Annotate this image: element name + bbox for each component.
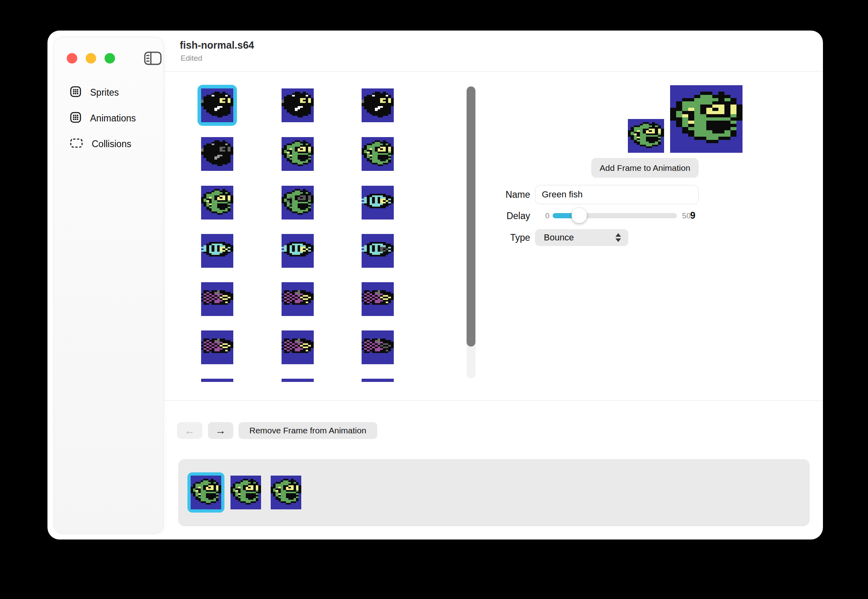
desktop-background: Sprites Animations (0, 0, 868, 599)
sprite-thumbnail[interactable] (201, 137, 233, 171)
arrow-left-icon: ← (185, 425, 195, 437)
sidebar-item-collisions[interactable]: Collisions (70, 135, 158, 153)
sprite-cyan (282, 234, 314, 268)
document-status: Edited (181, 54, 202, 63)
delay-max-label: 50 (659, 211, 691, 220)
document-title: fish-normal.s64 (180, 39, 254, 51)
sprite-green (670, 85, 743, 153)
delay-slider-knob[interactable] (572, 208, 587, 223)
sprite-green (191, 476, 221, 509)
sprite-green (282, 137, 314, 171)
sidebar-toggle-icon (144, 61, 162, 67)
sprite-purple (201, 282, 233, 316)
add-frame-button[interactable]: Add Frame to Animation (591, 158, 699, 178)
sidebar-item-animations[interactable]: Animations (70, 109, 158, 127)
delay-min-label: 0 (526, 211, 549, 220)
sprite-thumbnail[interactable] (362, 137, 394, 171)
name-input[interactable] (535, 185, 699, 204)
sprite-thumbnail[interactable] (201, 186, 233, 219)
sprite-black (362, 88, 394, 122)
animation-frame-strip (178, 459, 810, 526)
sprite-thumbnail[interactable] (282, 282, 314, 316)
arrow-right-icon: → (216, 425, 226, 437)
sprite-thumbnail[interactable] (362, 88, 394, 122)
remove-frame-button[interactable]: Remove Frame from Animation (239, 422, 377, 439)
sprite-green (628, 119, 664, 153)
sidebar-item-label: Collisions (92, 139, 131, 150)
sprite-green_dark (282, 186, 314, 219)
sidebar-toggle-button[interactable] (144, 51, 162, 66)
sprite-thumbnail[interactable] (282, 379, 314, 382)
sprite-purple (282, 282, 314, 316)
sprite-green (201, 186, 233, 219)
sprite-thumbnail[interactable] (362, 379, 394, 382)
traffic-lights (67, 53, 115, 64)
dashed-rect-icon (70, 137, 83, 150)
delay-label: Delay (442, 211, 530, 222)
type-dropdown-value: Bounce (544, 232, 615, 243)
grid-icon (70, 86, 81, 99)
next-frame-button[interactable]: → (208, 422, 233, 439)
sprite-thumbnail[interactable] (282, 330, 314, 364)
previous-frame-button[interactable]: ← (177, 422, 202, 439)
sprite-green (362, 137, 394, 171)
type-dropdown[interactable]: Bounce (535, 229, 628, 246)
sprite-cyan (362, 379, 394, 382)
sprite-cyan (362, 186, 394, 219)
delay-value: 9 (690, 210, 706, 221)
sprite-thumbnail[interactable] (201, 379, 233, 382)
sidebar-item-sprites[interactable]: Sprites (70, 83, 158, 102)
sprite-thumbnail[interactable] (282, 186, 314, 219)
sprite-cyan (201, 234, 233, 268)
sprite-purple (282, 330, 314, 364)
sprite-thumbnail-selected[interactable] (197, 85, 237, 126)
sprite-green (271, 476, 301, 509)
sprite-thumbnail[interactable] (282, 88, 314, 122)
animation-frame[interactable] (271, 476, 301, 509)
sprite-cyan_dark (362, 234, 394, 268)
name-label: Name (442, 189, 530, 200)
sidebar-item-label: Sprites (90, 87, 119, 98)
animation-preview-small (628, 119, 664, 154)
sprite-thumbnail[interactable] (201, 282, 233, 316)
sprite-black_fade (201, 137, 233, 171)
sprite-green (230, 476, 261, 509)
grid-icon (70, 112, 81, 125)
app-window: Sprites Animations (47, 31, 823, 540)
animation-preview-large (670, 85, 743, 154)
sprite-thumbnail[interactable] (362, 330, 394, 364)
sprite-purple_dark (362, 330, 394, 364)
sprite-cyan (201, 379, 233, 382)
zoom-window-button[interactable] (105, 53, 115, 64)
sidebar: Sprites Animations (53, 37, 164, 534)
select-chevron-icon (615, 233, 621, 242)
sprite-thumbnail[interactable] (362, 186, 394, 219)
minimize-window-button[interactable] (86, 53, 96, 64)
animation-frame[interactable] (230, 476, 261, 509)
sprite-purple (362, 282, 394, 316)
sprite-thumbnail[interactable] (362, 234, 394, 268)
sprite-black (282, 88, 314, 122)
animation-frame-selected[interactable] (187, 472, 224, 513)
sidebar-item-label: Animations (90, 113, 136, 124)
sprite-thumbnail[interactable] (201, 234, 233, 268)
sprite-black (201, 88, 233, 122)
sprite-thumbnail[interactable] (282, 234, 314, 268)
content-divider (164, 400, 823, 401)
sprite-thumbnail[interactable] (201, 330, 233, 364)
sprite-grid (164, 71, 468, 382)
close-window-button[interactable] (67, 53, 77, 64)
sprite-purple (201, 330, 233, 364)
type-label: Type (442, 232, 530, 243)
sprite-thumbnail[interactable] (362, 282, 394, 316)
sprite-thumbnail[interactable] (282, 137, 314, 171)
sprite-cyan (282, 379, 314, 382)
